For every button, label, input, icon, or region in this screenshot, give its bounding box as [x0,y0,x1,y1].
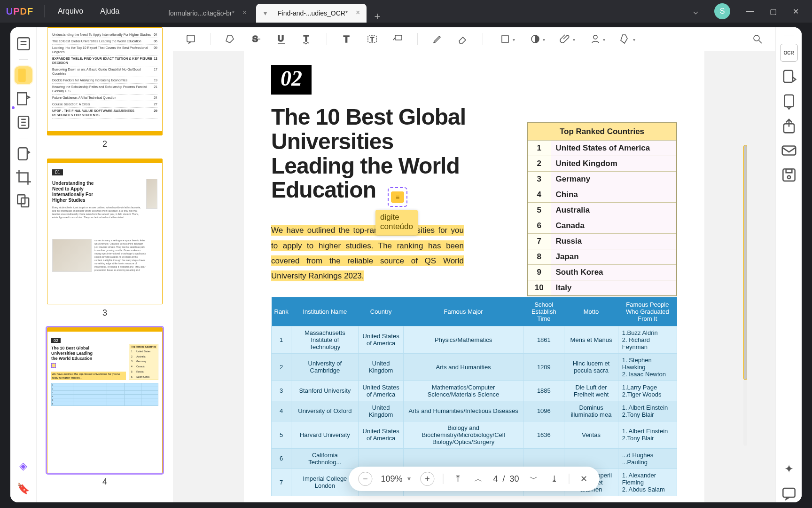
bookmark-button[interactable]: 🔖 [15,480,32,498]
svg-rect-3 [18,69,25,82]
eraser-tool[interactable] [453,30,472,48]
squiggly-tool[interactable]: T [297,30,316,48]
comments-panel-button[interactable] [780,484,798,502]
svg-text:T: T [370,36,374,43]
note-tooltip[interactable]: digiteconteúdo [375,210,418,235]
ranked-header: Top Ranked Countries [527,123,677,141]
next-page-button[interactable]: ﹀ [528,473,540,484]
thumbnail-page-3[interactable]: 01 Understanding the Need to Apply Inter… [47,159,163,304]
svg-rect-0 [17,38,29,49]
svg-text:T: T [304,34,309,43]
signature-tool[interactable] [584,30,607,48]
scrollbar-thumb[interactable] [743,145,747,380]
table-cell: Mathematics/Computer Science/Materials S… [403,381,523,401]
tab-formulario[interactable]: formulario...citação-br* × [147,4,253,23]
save-button[interactable] [780,166,798,184]
page-indicator[interactable]: 4 / 30 [493,474,519,484]
table-cell: Harvard University [291,421,359,448]
svg-rect-21 [395,35,402,40]
layers-button[interactable]: ◈ [15,457,32,475]
svg-rect-30 [782,146,796,155]
svg-rect-34 [783,488,795,497]
vertical-scrollbar[interactable] [743,145,747,446]
shape-tool[interactable] [493,30,517,48]
annotation-toolbar: S U T T T [173,27,775,51]
email-button[interactable] [780,142,798,159]
avatar[interactable]: S [714,3,730,19]
forms-tool-button[interactable] [15,145,32,163]
maximize-button[interactable]: ▢ [770,7,777,16]
callout-tool[interactable] [388,30,407,48]
tab-label: formulario...citação-br* [168,9,234,17]
tab-find-and-studies[interactable]: ▾ Find-and-...udies_OCR* × [256,4,367,23]
table-cell: 4 [272,401,291,421]
table-cell: Arts and Humanities [403,353,523,381]
thumbnail-page-4[interactable]: 02 The 10 Best Global Universities Leadi… [47,327,163,473]
menu-help[interactable]: Ajuda [100,7,119,16]
thumbnail-panel[interactable]: Understanding the Need To Apply Internat… [37,27,173,502]
table-row: 6California Technolog......d Hughes ...P… [272,448,677,468]
organize-tool-button[interactable] [15,192,32,210]
svg-line-26 [759,40,762,43]
zoom-out-button[interactable]: − [358,472,372,486]
search-button[interactable] [748,30,767,48]
close-nav-button[interactable]: ✕ [578,474,590,484]
prev-page-button[interactable]: ︿ [472,473,484,484]
pin-icon: ▾ [264,9,267,17]
close-window-button[interactable]: ✕ [793,7,799,16]
svg-rect-28 [784,95,793,107]
table-cell: 1861 [523,326,564,353]
last-page-button[interactable]: ⤓ [548,474,561,484]
close-icon[interactable]: × [242,8,247,17]
first-page-button[interactable]: ⤒ [452,474,464,484]
text-tool[interactable]: T [337,30,356,48]
right-tool-rail: OCR ✦ [775,27,802,502]
page-content[interactable]: 02 The 10 Best Global Universities Leadi… [244,51,704,502]
table-cell: 1. Alexander Fleming 2. Abdus Salam [618,468,677,496]
new-tab-button[interactable]: + [374,10,380,23]
svg-point-24 [593,35,597,39]
zoom-in-button[interactable]: + [420,472,434,486]
app-logo: UPDF [0,6,39,17]
ai-button[interactable]: ✦ [780,460,798,478]
thumbnail-page-2[interactable]: Understanding the Need To Apply Internat… [47,27,163,135]
crop-tool-button[interactable] [15,168,32,186]
zoom-value[interactable]: 109%▼ [381,474,412,484]
edit-tool-button[interactable] [15,90,32,108]
ocr-button[interactable]: OCR [780,44,798,62]
comment-tool-button[interactable] [15,66,32,84]
active-dot [12,106,15,109]
chevron-down-icon[interactable]: ⌵ [693,6,698,16]
table-cell: United Kingdom [359,353,403,381]
strikethrough-tool[interactable]: S [247,30,265,48]
compress-button[interactable] [780,93,798,111]
reader-mode-button[interactable] [15,35,32,53]
redact-tool[interactable] [614,30,637,48]
table-cell: Stanford University [291,381,359,401]
table-cell: Arts and Humanities/Infectious Diseases [403,401,523,421]
underline-tool[interactable]: U [272,30,291,48]
table-cell: Biology and Biochemistry/Microbiology/Ce… [403,421,523,448]
close-icon[interactable]: × [356,8,360,17]
table-cell: United States of America [359,381,403,401]
table-cell: United Kingdom [359,401,403,421]
sticky-note-icon[interactable]: ≡ [388,187,407,207]
stamp-tool[interactable] [523,30,547,48]
note-tool[interactable] [181,30,200,48]
convert-button[interactable] [780,68,798,86]
attachment-tool[interactable] [554,30,577,48]
table-cell: 1209 [523,353,564,381]
table-cell: 7 [272,468,291,496]
textbox-tool[interactable]: T [363,30,382,48]
page-tool-button[interactable] [15,113,32,131]
table-cell: 1.Larry Page 2.Tiger Woods [618,381,677,401]
table-cell: Massachusetts Institute of Technology [291,326,359,353]
pencil-tool[interactable] [428,30,447,48]
highlighted-paragraph[interactable]: We have outlined the top-ranked universi… [271,223,464,284]
highlight-tool[interactable] [221,30,240,48]
svg-rect-4 [20,71,23,72]
minimize-button[interactable]: — [746,7,754,16]
share-button[interactable] [780,117,798,135]
menu-file[interactable]: Arquivo [58,7,83,16]
document-view[interactable]: S U T T T 02 The 10 Best Global Universi… [173,27,775,502]
